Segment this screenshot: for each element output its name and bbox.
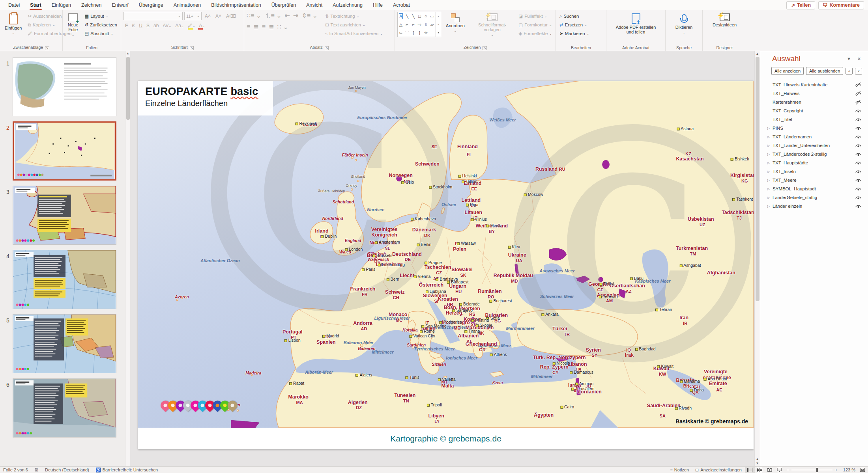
map-label-region[interactable]: Sardinien	[407, 343, 426, 347]
language-indicator[interactable]: Deutsch (Deutschland)	[42, 467, 92, 472]
map-label-country[interactable]: Republik Moldau	[494, 273, 533, 278]
expand-icon[interactable]: ▷	[767, 196, 773, 199]
menu-tab-acrobat[interactable]: Acrobat	[388, 0, 415, 10]
thumbnail-slide-6[interactable]	[13, 378, 116, 438]
map-label-country-code[interactable]: GR	[479, 347, 486, 352]
zoom-slider[interactable]: − +	[784, 467, 840, 472]
thumbnail-slide-2[interactable]	[13, 121, 116, 181]
map-label-sea[interactable]: Asowsches Meer	[539, 269, 574, 273]
map-label-capital[interactable]: Valletta	[438, 377, 455, 382]
map-label-country-code[interactable]: SY	[592, 353, 598, 358]
section-button[interactable]: ▤Abschnitt⌄	[83, 29, 118, 38]
map-label-capital[interactable]: Vienna	[414, 274, 431, 279]
selection-item-label[interactable]: TXT_Hauptstädte	[773, 160, 853, 165]
selection-item[interactable]: ▷TXT_Hauptstädte	[760, 158, 868, 167]
map-label-country[interactable]: Lettland	[462, 197, 481, 203]
map-label-country-code[interactable]: AM	[606, 298, 613, 303]
dialog-launcher-icon[interactable]: ↘	[190, 46, 194, 50]
font-color-button[interactable]: A⌄	[197, 22, 206, 29]
map-label-sea[interactable]: Schwarzes Meer	[540, 294, 574, 298]
map-label-country[interactable]: Türkei	[552, 326, 567, 331]
map-label-capital[interactable]: Ankara	[541, 312, 558, 317]
map-label-capital[interactable]: Algiers	[355, 373, 372, 377]
selection-item[interactable]: TXT_Titel	[760, 115, 868, 124]
map-label-capital[interactable]: Baku	[630, 276, 644, 281]
selection-item[interactable]: ▷TXT_Länder_Untereinheiten	[760, 141, 868, 150]
shrink-font-button[interactable]: A˅	[214, 13, 223, 19]
selection-item-label[interactable]: TXT_Ländercodes 2-stellig	[773, 152, 853, 156]
chevron-down-icon[interactable]: ▼	[844, 56, 854, 61]
gallery-scroll[interactable]: ˄˅▼	[436, 12, 441, 37]
map-label-country[interactable]: Turkmenistan	[676, 246, 708, 251]
map-label-sea[interactable]: Atlantischer Ozean	[200, 259, 240, 263]
map-label-country[interactable]: Russland	[535, 167, 557, 172]
map-label-country[interactable]: Norwegen	[389, 173, 412, 178]
map-label-place[interactable]: Orkney	[346, 184, 357, 187]
map-label-country-code[interactable]: LY	[434, 419, 440, 424]
visibility-eye-icon[interactable]	[853, 169, 863, 174]
selection-item[interactable]: ▷LänderGebiete_strittig	[760, 193, 868, 202]
italic-button[interactable]: K	[130, 22, 137, 29]
map-label-country-code[interactable]: MD	[511, 279, 518, 283]
map-label-country[interactable]: Spanien	[316, 339, 336, 345]
map-label-country[interactable]: Vereinigte	[704, 369, 728, 374]
map-label-country[interactable]: Portugal	[282, 330, 303, 335]
selection-item[interactable]: TXT_Hinweis	[760, 89, 868, 98]
map-label-country[interactable]: Kasachstan	[676, 156, 703, 162]
map-label-country-code[interactable]: HU	[455, 289, 462, 294]
map-label-capital[interactable]: Bishkek	[731, 157, 749, 161]
quick-styles-button[interactable]: Schnellformat-vorlagen⌄	[470, 12, 515, 38]
dialog-launcher-icon[interactable]: ↘	[325, 46, 329, 50]
visibility-eye-icon[interactable]	[853, 160, 863, 165]
selection-item[interactable]: Kartenrahmen	[760, 98, 868, 106]
map-label-country-code[interactable]: AE	[716, 387, 722, 392]
map-pin-icon[interactable]	[226, 399, 239, 412]
visibility-eye-icon[interactable]	[853, 186, 863, 191]
map-label-country-code[interactable]: NL	[385, 246, 391, 250]
map-label-capital[interactable]: Rome	[420, 329, 435, 333]
map-label-capital[interactable]: Riga	[466, 203, 479, 207]
map-label-capital[interactable]: Oslo	[402, 180, 414, 184]
scroll-up-icon[interactable]: ▲	[125, 52, 130, 55]
visibility-eye-icon[interactable]	[853, 178, 863, 182]
justify-icon[interactable]: ≣	[269, 23, 274, 31]
map-label-capital[interactable]: Tashkent	[732, 197, 753, 201]
map-label-country-code[interactable]: UA	[516, 259, 522, 263]
menu-tab-ansicht[interactable]: Ansicht	[301, 0, 327, 10]
selection-item-label[interactable]: SYMBOL_Hauptstadt	[773, 186, 853, 191]
spellcheck-icon[interactable]: 🖹	[31, 467, 42, 472]
map-label-country-code[interactable]: RS	[469, 312, 475, 317]
map-label-capital[interactable]: Bern	[387, 277, 399, 281]
indent-icon[interactable]: ⇥	[293, 12, 298, 20]
map-label-region[interactable]: Balearen	[358, 346, 375, 350]
map-label-country[interactable]: Slowakei	[451, 267, 473, 272]
map-label-capital[interactable]: Budapest	[447, 280, 468, 284]
map-label-country-code[interactable]: KZ	[685, 151, 691, 156]
selection-item-label[interactable]: TXT_Ländernamen	[773, 134, 853, 139]
map-label-capital[interactable]: Pristina	[471, 318, 489, 322]
menu-tab-start[interactable]: Start	[25, 0, 46, 10]
map-label-capital[interactable]: Ashgabat	[679, 263, 701, 268]
map-label-capital[interactable]: Madrid	[322, 334, 339, 338]
highlight-color-button[interactable]: 🖉⌄	[186, 22, 197, 29]
map-label-capital[interactable]: Baghdad	[635, 346, 656, 351]
map-label-country[interactable]: Ukraine	[508, 253, 526, 258]
expand-icon[interactable]: ▷	[767, 153, 773, 156]
expand-icon[interactable]: ▷	[767, 144, 773, 147]
map-label-region[interactable]: Korsika	[402, 328, 418, 332]
map-label-country[interactable]: Tschechien	[425, 265, 451, 270]
layout-button[interactable]: ▦Layout⌄	[83, 12, 118, 20]
bold-button[interactable]: F	[123, 22, 129, 29]
map-label-country[interactable]: Aserbaidschan	[610, 283, 645, 289]
map-label-capital[interactable]: Yerevan	[599, 294, 617, 298]
map-label-sea[interactable]: Ionisches Meer	[446, 356, 477, 360]
map-label-country[interactable]: Albanien	[458, 333, 479, 339]
map-label-country[interactable]: Vereinigtes	[371, 227, 398, 232]
design-ideas-button[interactable]: Designideen	[710, 12, 739, 29]
map-label-region[interactable]: Madeira	[245, 371, 261, 375]
selection-item-label[interactable]: TXT_Titel	[773, 117, 853, 122]
map-label-country-code[interactable]: UZ	[700, 223, 705, 227]
map-label-capital[interactable]: Jerusalem	[571, 387, 594, 391]
map-label-country-code[interactable]: IQ	[626, 348, 631, 352]
selection-item-label[interactable]: LänderGebiete_strittig	[773, 195, 853, 200]
